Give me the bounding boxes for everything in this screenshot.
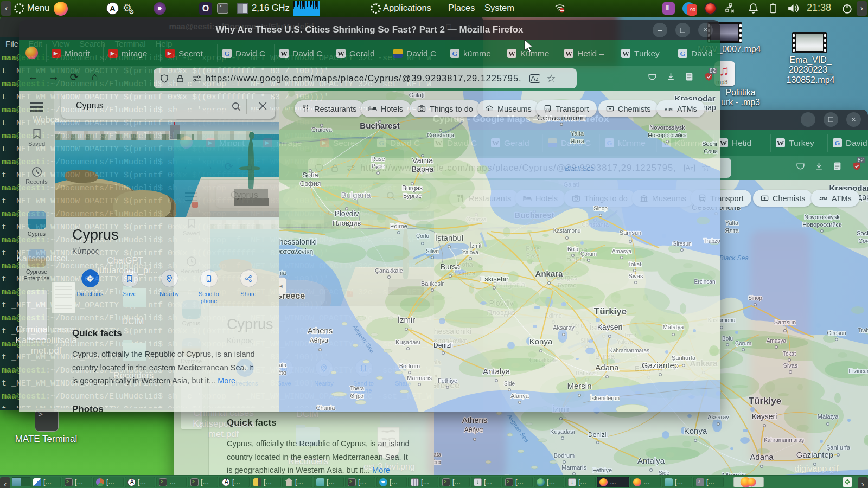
svg-text:Αθήνα: Αθήνα <box>464 426 483 434</box>
svg-text:Antalya: Antalya <box>637 456 665 465</box>
svg-text:μάτα: μάτα <box>279 370 286 376</box>
svg-text:Erzincan: Erzincan <box>849 368 868 374</box>
svg-text:Kayseri: Kayseri <box>752 412 777 421</box>
svg-text:Constanța: Constanța <box>427 132 455 138</box>
svg-text:İzmit: İzmit <box>470 242 481 249</box>
svg-text:Denizli: Denizli <box>588 431 608 439</box>
svg-text:Бургас: Бургас <box>403 192 422 199</box>
svg-text:Samsun: Samsun <box>774 319 796 325</box>
svg-text:Gaziantep: Gaziantep <box>642 361 679 370</box>
svg-text:Bolu: Bolu <box>722 336 733 342</box>
svg-text:Sinop: Sinop <box>748 295 762 301</box>
svg-text:Bulgaria: Bulgaria <box>341 190 371 200</box>
svg-text:Çorlu: Çorlu <box>416 233 429 239</box>
svg-text:Silivri: Silivri <box>426 248 439 254</box>
svg-text:Kuşadası: Kuşadası <box>550 428 575 435</box>
svg-text:İskenderun: İskenderun <box>590 395 620 401</box>
svg-text:Burgas: Burgas <box>402 184 423 192</box>
svg-text:Black Sea: Black Sea <box>565 165 594 172</box>
svg-text:Çorum: Çorum <box>580 251 597 257</box>
svg-text:Ruse: Ruse <box>371 156 385 162</box>
svg-text:Craiova: Craiova <box>311 126 333 133</box>
svg-text:Русе: Русе <box>372 163 385 169</box>
svg-text:Ялта: Ялта <box>725 227 739 234</box>
svg-text:Malatya: Malatya <box>818 413 839 420</box>
svg-text:İzmir: İzmir <box>398 315 416 324</box>
svg-text:Plovdiv: Plovdiv <box>334 209 359 218</box>
svg-text:Malatya: Malatya <box>663 324 684 330</box>
svg-text:Çorum: Çorum <box>735 341 751 346</box>
svg-text:Trabzon: Trabzon <box>704 238 720 244</box>
svg-text:Sivas: Sivas <box>629 273 643 279</box>
svg-text:ATM: ATM <box>665 107 673 111</box>
svg-text:Gaziantep: Gaziantep <box>796 450 833 459</box>
svg-text:Сочи: Сочи <box>858 237 868 244</box>
svg-text:София: София <box>300 180 321 188</box>
svg-text:Yalta: Yalta <box>725 220 739 226</box>
svg-text:Bucharest: Bucharest <box>360 121 399 130</box>
svg-text:Şanlıurfa: Şanlıurfa <box>826 444 851 451</box>
svg-text:Galați: Galați <box>409 92 425 98</box>
svg-text:Novorossiysk: Novorossiysk <box>804 214 840 220</box>
svg-text:Sochi: Sochi <box>702 140 717 147</box>
svg-text:Side: Side <box>504 381 515 387</box>
svg-text:Türkiye: Türkiye <box>594 306 627 317</box>
svg-text:Kastamonu: Kastamonu <box>553 228 581 234</box>
svg-text:Marmaris: Marmaris <box>561 464 586 471</box>
svg-text:Erzincan: Erzincan <box>694 279 716 285</box>
svg-text:Bodrum: Bodrum <box>399 363 420 369</box>
svg-text:Athens: Athens <box>308 326 333 335</box>
svg-text:Sinop: Sinop <box>593 206 608 211</box>
svg-text:Black Sea: Black Sea <box>719 254 749 262</box>
svg-text:Adana: Adana <box>595 363 619 372</box>
svg-text:Новороссийск: Новороссийск <box>802 221 841 228</box>
svg-text:Kahramanmaraş: Kahramanmaraş <box>609 348 649 354</box>
svg-text:Новороссийск: Новороссийск <box>648 132 687 138</box>
svg-text:Kayseri: Kayseri <box>597 323 623 331</box>
svg-text:Сочи: Сочи <box>704 148 718 155</box>
svg-text:Varna: Varna <box>412 156 434 165</box>
svg-text:Athens: Athens <box>462 415 488 425</box>
svg-text:İstanbul: İstanbul <box>435 233 464 242</box>
svg-text:Amasya: Amasya <box>612 248 632 254</box>
svg-text:Amasya: Amasya <box>767 338 787 344</box>
svg-text:Edirne: Edirne <box>390 223 407 229</box>
svg-text:Novorossiysk: Novorossiysk <box>649 124 685 131</box>
svg-text:Türkiye: Türkiye <box>749 396 781 406</box>
svg-text:Çanakkale: Çanakkale <box>375 267 403 274</box>
svg-text:Aksaray: Aksaray <box>707 414 729 420</box>
svg-text:Bursa: Bursa <box>441 262 461 271</box>
svg-text:Thera: Thera <box>350 386 365 391</box>
svg-text:Варна: Варна <box>412 165 434 174</box>
svg-text:Bolu: Bolu <box>567 246 578 252</box>
svg-text:Denizli: Denizli <box>433 342 453 349</box>
svg-text:Fethiye: Fethiye <box>592 467 612 473</box>
svg-text:Thessaloniki: Thessaloniki <box>279 237 317 246</box>
svg-text:Sofia: Sofia <box>302 171 318 179</box>
svg-text:Alanya: Alanya <box>510 393 529 399</box>
svg-text:Kuşadası: Kuşadası <box>395 339 420 345</box>
svg-text:Θεσσαλονίκη: Θεσσαλονίκη <box>279 248 313 255</box>
svg-text:Kahramanmaraş: Kahramanmaraş <box>764 437 804 443</box>
svg-text:Ялта: Ялта <box>570 138 584 144</box>
svg-text:Şanlıurfa: Şanlıurfa <box>672 355 696 361</box>
svg-text:Bodrum: Bodrum <box>554 452 575 459</box>
svg-text:ATM: ATM <box>819 196 827 201</box>
svg-text:mata: mata <box>434 452 442 458</box>
svg-text:Eskişehir: Eskişehir <box>480 275 509 283</box>
svg-text:Konya: Konya <box>529 337 553 346</box>
svg-text:Marmaris: Marmaris <box>407 375 432 381</box>
svg-text:Balıkesir: Balıkesir <box>421 280 444 287</box>
svg-text:mata: mata <box>279 362 287 368</box>
svg-text:μάτα: μάτα <box>434 459 441 465</box>
svg-text:Tokat: Tokat <box>628 261 641 267</box>
svg-text:Giresun: Giresun <box>672 241 691 247</box>
svg-text:Chania: Chania <box>316 404 336 411</box>
svg-text:Adana: Adana <box>750 452 774 461</box>
svg-text:Ankara: Ankara <box>535 269 564 278</box>
svg-text:Αθήνα: Αθήνα <box>310 337 328 344</box>
svg-text:Trabzon: Trabzon <box>858 328 868 333</box>
svg-text:Yalova: Yalova <box>462 249 478 255</box>
svg-text:Konya: Konya <box>684 426 707 435</box>
svg-text:Aksaray: Aksaray <box>553 324 575 331</box>
